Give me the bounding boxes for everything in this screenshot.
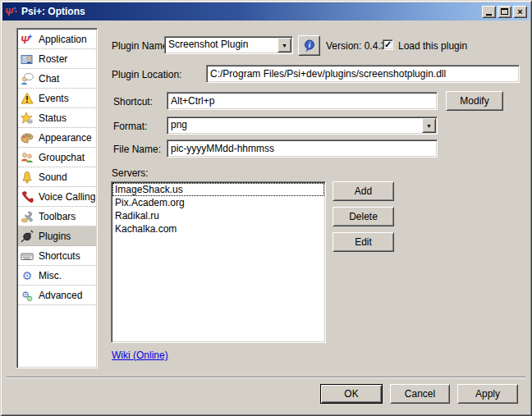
close-button[interactable]: ×: [513, 6, 527, 18]
server-list-item[interactable]: Kachalka.com: [112, 222, 324, 235]
sidebar-item-toolbars[interactable]: Toolbars: [18, 207, 96, 226]
minimize-button[interactable]: [482, 6, 496, 18]
plugins-icon: [21, 230, 34, 243]
maximize-button[interactable]: [498, 6, 511, 18]
window-title: Psi+: Options: [21, 6, 480, 17]
sidebar-item-groupchat[interactable]: Groupchat: [18, 148, 96, 167]
roster-icon: [21, 53, 34, 66]
events-icon: [21, 92, 34, 105]
toolbars-icon: [21, 210, 34, 223]
format-value: png: [171, 119, 420, 130]
appearance-icon: [21, 131, 34, 144]
footer-separator: [7, 377, 525, 378]
minimize-icon: [486, 14, 492, 16]
shortcuts-icon: [21, 249, 34, 263]
sidebar-item-label: Misc.: [39, 270, 62, 281]
svg-text:+: +: [28, 33, 32, 41]
server-list-item[interactable]: ImageShack.us: [112, 183, 324, 196]
close-icon: ×: [517, 7, 522, 16]
sidebar-item-label: Plugins: [39, 231, 71, 242]
server-list[interactable]: ImageShack.usPix.Academ.orgRadikal.ruKac…: [111, 181, 326, 343]
sidebar-item-sound[interactable]: Sound: [18, 167, 96, 187]
sidebar-item-appearance[interactable]: Appearance: [18, 128, 96, 148]
svg-text:⚙: ⚙: [22, 269, 33, 282]
server-list-item[interactable]: Pix.Academ.org: [112, 196, 324, 209]
dropdown-arrow-icon: ▼: [282, 43, 287, 48]
wiki-link[interactable]: Wiki (Online): [112, 350, 168, 361]
file-name-label: File Name:: [113, 144, 161, 155]
sidebar-item-plugins[interactable]: Plugins: [18, 226, 96, 246]
psi-plus-app-icon: Ψ: [5, 5, 18, 18]
sidebar-item-voice-calling[interactable]: Voice Calling: [18, 187, 96, 207]
status-icon: [21, 112, 34, 125]
sidebar-item-label: Status: [39, 112, 66, 124]
sidebar-item-label: Chat: [39, 73, 59, 85]
sidebar-item-chat[interactable]: Chat: [18, 69, 96, 89]
plugin-location-input[interactable]: [206, 65, 520, 83]
chat-icon: [21, 72, 34, 85]
format-label: Format:: [113, 121, 147, 132]
maximize-icon: [501, 8, 508, 15]
load-plugin-checkbox[interactable]: ✓: [383, 39, 393, 50]
dropdown-arrow-icon: ▼: [426, 123, 432, 129]
plugin-info-button[interactable]: i: [298, 35, 320, 56]
sidebar-item-label: Events: [39, 93, 69, 104]
server-list-item[interactable]: Radikal.ru: [112, 209, 324, 222]
load-plugin-label[interactable]: Load this plugin: [398, 40, 467, 52]
sidebar-item-label: Advanced: [39, 290, 82, 301]
groupchat-icon: [21, 151, 34, 164]
sidebar-item-advanced[interactable]: ⚙⚙Advanced: [18, 286, 96, 305]
sidebar-item-label: Appearance: [39, 132, 92, 144]
plugin-name-select[interactable]: Screenshot Plugin ▼: [164, 36, 293, 54]
cancel-button[interactable]: Cancel: [390, 384, 450, 404]
apply-button[interactable]: Apply: [457, 384, 518, 404]
ok-button[interactable]: OK: [320, 384, 383, 404]
sidebar-item-label: Shortcuts: [39, 250, 80, 262]
shortcut-input[interactable]: [167, 92, 438, 110]
sidebar-item-label: Application: [39, 34, 87, 45]
svg-text:⚙: ⚙: [26, 295, 33, 302]
sidebar-item-status[interactable]: Status: [18, 108, 96, 128]
sidebar-item-label: Voice Calling: [39, 191, 95, 203]
sidebar-item-label: Sound: [39, 171, 67, 183]
psi-plus-icon: Ψ+: [21, 33, 34, 46]
svg-text:Ψ: Ψ: [5, 7, 14, 18]
plugin-location-label: Plugin Location:: [112, 69, 181, 80]
plugin-name-dropdown-button[interactable]: ▼: [277, 38, 291, 53]
add-server-button[interactable]: Add: [332, 181, 394, 201]
sidebar-item-label: Groupchat: [39, 152, 85, 163]
format-dropdown-button[interactable]: ▼: [422, 118, 436, 133]
sound-icon: [21, 171, 34, 184]
sidebar-item-shortcuts[interactable]: Shortcuts: [18, 246, 96, 266]
format-select[interactable]: png ▼: [167, 117, 438, 135]
delete-server-button[interactable]: Delete: [332, 207, 394, 226]
edit-server-button[interactable]: Edit: [332, 232, 394, 252]
file-name-input[interactable]: [167, 139, 438, 158]
version-label: Version: 0.4.3: [326, 40, 386, 52]
sidebar-item-misc[interactable]: ⚙Misc.: [18, 266, 96, 286]
sidebar-item-roster[interactable]: Roster: [18, 49, 96, 69]
shortcut-label: Shortcut:: [113, 96, 153, 107]
sidebar-item-events[interactable]: Events: [18, 89, 96, 108]
modify-button[interactable]: Modify: [446, 91, 503, 111]
titlebar[interactable]: Ψ Psi+: Options ×: [2, 2, 530, 21]
servers-label: Servers:: [112, 167, 149, 179]
sidebar-list: Ψ+ApplicationRosterChatEventsStatusAppea…: [16, 28, 98, 368]
checkmark-icon: ✓: [384, 40, 392, 49]
sidebar-item-application[interactable]: Ψ+Application: [18, 30, 96, 49]
options-window: Ψ Psi+: Options × Ψ+ApplicationRosterCha…: [0, 0, 532, 416]
voice-calling-icon: [21, 190, 34, 203]
misc-icon: ⚙: [21, 269, 34, 282]
advanced-icon: ⚙⚙: [21, 289, 34, 302]
sidebar-item-label: Roster: [39, 53, 67, 65]
plugin-name-value: Screenshot Plugin: [168, 39, 276, 50]
sidebar-item-label: Toolbars: [39, 211, 76, 222]
plugin-name-label: Plugin Name:: [112, 40, 171, 52]
info-balloon-icon: i: [303, 39, 316, 53]
